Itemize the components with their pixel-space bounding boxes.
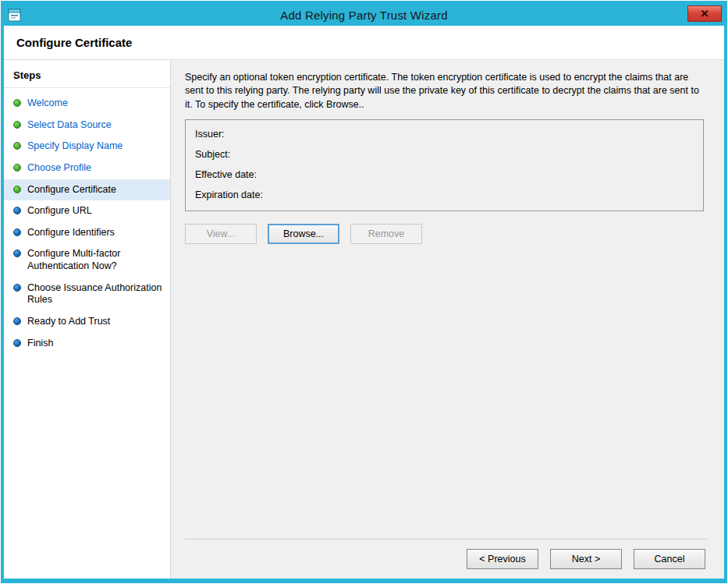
main-content: Specify an optional token encryption cer… [171, 60, 724, 579]
step-label: Choose Profile [27, 162, 91, 175]
cancel-button[interactable]: Cancel [634, 549, 705, 569]
completed-step-bullet-icon [13, 164, 21, 172]
pending-step-bullet-icon [13, 317, 21, 325]
sidebar-step-configure-identifiers: Configure Identifiers [4, 222, 170, 244]
next-button[interactable]: Next > [550, 549, 622, 569]
sidebar-step-choose-issuance-authorization-rules: Choose Issuance Authorization Rules [4, 278, 170, 311]
certificate-field-label: Subject: [195, 149, 230, 160]
pending-step-bullet-icon [13, 228, 21, 236]
step-label: Finish [27, 338, 53, 350]
sidebar-step-configure-multi-factor-authentication-now: Configure Multi-factor Authentication No… [4, 243, 170, 277]
step-label: Specify Display Name [27, 140, 123, 153]
certificate-info-box: Issuer:Subject:Effective date:Expiration… [185, 119, 704, 211]
steps-list: WelcomeSelect Data SourceSpecify Display… [4, 93, 170, 354]
pending-step-bullet-icon [13, 284, 21, 292]
certificate-field-subject: Subject: [195, 147, 694, 167]
certificate-field-expiration-date: Expiration date: [195, 187, 694, 207]
close-button[interactable]: ✕ [687, 5, 722, 22]
certificate-field-issuer: Issuer: [195, 126, 694, 147]
previous-button[interactable]: < Previous [467, 549, 538, 569]
step-label: Configure URL [27, 205, 92, 218]
sidebar-step-configure-certificate: Configure Certificate [4, 179, 170, 201]
instructions-text: Specify an optional token encryption cer… [185, 71, 707, 111]
completed-step-bullet-icon [13, 121, 21, 129]
window-title: Add Relying Party Trust Wizard [4, 9, 724, 22]
titlebar: Add Relying Party Trust Wizard ✕ [4, 4, 724, 26]
step-label: Choose Issuance Authorization Rules [27, 282, 164, 306]
sidebar-step-welcome[interactable]: Welcome [4, 93, 170, 115]
step-label: Ready to Add Trust [27, 316, 110, 328]
wizard-window: Add Relying Party Trust Wizard ✕ Configu… [1, 1, 727, 583]
certificate-field-label: Expiration date: [195, 189, 263, 200]
browse-button[interactable]: Browse... [268, 224, 339, 244]
step-label: Welcome [27, 97, 68, 110]
wizard-footer: < Previous Next > Cancel [185, 539, 707, 579]
steps-sidebar: Steps WelcomeSelect Data SourceSpecify D… [4, 60, 171, 579]
remove-button[interactable]: Remove [350, 224, 422, 244]
certificate-field-label: Effective date: [195, 169, 257, 180]
pending-step-bullet-icon [13, 339, 21, 347]
sidebar-step-configure-url: Configure URL [4, 200, 170, 222]
view-button[interactable]: View... [185, 224, 257, 244]
step-label: Configure Multi-factor Authentication No… [27, 248, 164, 272]
step-label: Configure Identifiers [27, 227, 115, 239]
sidebar-step-specify-display-name[interactable]: Specify Display Name [4, 136, 170, 158]
certificate-field-label: Issuer: [195, 129, 225, 140]
pending-step-bullet-icon [13, 250, 21, 257]
completed-step-bullet-icon [13, 186, 21, 193]
wizard-body: Steps WelcomeSelect Data SourceSpecify D… [4, 60, 724, 579]
certificate-field-effective-date: Effective date: [195, 167, 694, 187]
certificate-actions: View... Browse... Remove [185, 224, 707, 244]
sidebar-step-ready-to-add-trust: Ready to Add Trust [4, 311, 170, 333]
steps-heading: Steps [4, 68, 170, 88]
sidebar-step-select-data-source[interactable]: Select Data Source [4, 115, 170, 136]
page-header: Configure Certificate [4, 26, 724, 60]
step-label: Configure Certificate [27, 184, 116, 196]
step-label: Select Data Source [27, 119, 112, 132]
sidebar-step-finish: Finish [4, 333, 170, 355]
completed-step-bullet-icon [13, 142, 21, 150]
sidebar-step-choose-profile[interactable]: Choose Profile [4, 158, 170, 179]
close-icon: ✕ [701, 8, 709, 19]
pending-step-bullet-icon [13, 207, 21, 214]
completed-step-bullet-icon [13, 99, 21, 107]
wizard-icon [6, 7, 22, 23]
page-title: Configure Certificate [16, 36, 132, 49]
